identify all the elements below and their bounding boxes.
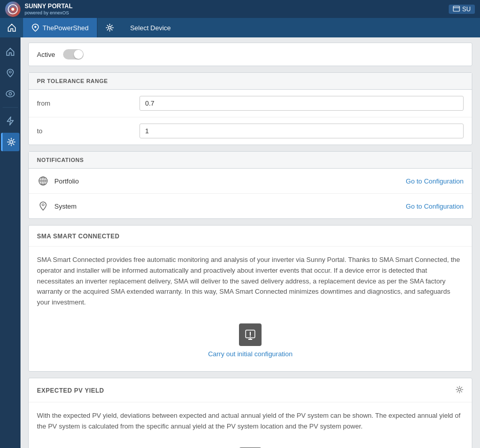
system-icon — [37, 200, 49, 212]
location-pin-icon — [31, 24, 39, 32]
home-icon — [7, 23, 16, 32]
plant-name: ThePowerShed — [43, 24, 89, 32]
svg-point-5 — [108, 27, 111, 29]
sma-smart-section: SMA SMART CONNECTED SMA Smart Connected … — [28, 225, 472, 372]
user-label: SU — [462, 6, 471, 13]
toggle-thumb — [74, 50, 83, 59]
active-toggle[interactable] — [63, 49, 84, 59]
logo-icon — [5, 2, 21, 17]
logo-title: SUNNY PORTAL — [25, 3, 73, 10]
sidebar — [0, 37, 21, 448]
svg-point-8 — [9, 93, 12, 95]
logo-text-block: SUNNY PORTAL powered by ennexOS — [25, 3, 73, 15]
svg-point-20 — [458, 388, 461, 391]
sma-alert-icon — [239, 323, 262, 346]
active-row: Active — [28, 43, 472, 66]
main-content: Active PR TOLERANCE RANGE from to NOTIFI… — [21, 37, 480, 448]
active-label: Active — [37, 51, 55, 58]
notifications-section: NOTIFICATIONS Portfolio Go to Configurat… — [28, 151, 472, 219]
pr-to-row: to — [29, 117, 472, 145]
pv-section-header: EXPECTED PV YIELD — [29, 378, 472, 402]
from-input[interactable] — [139, 96, 464, 111]
sma-body: SMA Smart Connected provides free automa… — [29, 247, 472, 371]
svg-point-7 — [6, 91, 14, 97]
user-badge[interactable]: SU — [449, 5, 475, 14]
logo-area: SUNNY PORTAL powered by ennexOS — [5, 2, 73, 17]
sma-header: SMA SMART CONNECTED — [29, 226, 472, 247]
sidebar-item-home[interactable] — [1, 43, 19, 61]
notifications-header: NOTIFICATIONS — [29, 152, 472, 169]
sidebar-item-location[interactable] — [1, 64, 19, 82]
pv-body: With the expected PV yield, deviations b… — [29, 402, 472, 448]
portfolio-label: Portfolio — [54, 177, 406, 185]
logo-subtitle: powered by ennexOS — [25, 10, 73, 15]
svg-point-9 — [10, 140, 13, 144]
sma-action-area: Carry out initial configuration — [37, 318, 464, 363]
top-header: SUNNY PORTAL powered by ennexOS SU — [0, 0, 480, 18]
settings-icon — [106, 24, 114, 32]
toggle-track — [63, 49, 84, 59]
svg-rect-2 — [453, 6, 459, 11]
pr-from-row: from — [29, 90, 472, 117]
page-layout: Active PR TOLERANCE RANGE from to NOTIFI… — [0, 37, 480, 448]
nav-home-button[interactable] — [0, 18, 23, 37]
system-label: System — [54, 202, 406, 210]
expected-pv-section: EXPECTED PV YIELD With the expected PV y… — [28, 378, 472, 448]
select-device-label: Select Device — [130, 24, 171, 32]
nav-plant-tab[interactable]: ThePowerShed — [23, 18, 97, 37]
pv-gear-button[interactable] — [455, 385, 464, 396]
sidebar-item-energy[interactable] — [1, 112, 19, 130]
svg-point-1 — [11, 8, 14, 11]
from-label: from — [37, 99, 139, 107]
sma-initial-config-link[interactable]: Carry out initial configuration — [208, 350, 293, 358]
pv-description: With the expected PV yield, deviations b… — [37, 411, 464, 432]
pr-tolerance-section: PR TOLERANCE RANGE from to — [28, 72, 472, 145]
user-icon — [453, 6, 460, 13]
nav-select-device[interactable]: Select Device — [122, 18, 179, 37]
sidebar-item-settings[interactable] — [1, 133, 19, 151]
notification-system-row: System Go to Configuration — [29, 194, 472, 218]
pv-title: EXPECTED PV YIELD — [37, 387, 104, 394]
svg-point-6 — [9, 71, 11, 73]
notification-portfolio-row: Portfolio Go to Configuration — [29, 169, 472, 194]
portfolio-config-link[interactable]: Go to Configuration — [406, 177, 464, 185]
pv-action-area: Carry out initial configuration — [37, 442, 464, 448]
svg-point-19 — [250, 336, 251, 337]
sidebar-item-view[interactable] — [1, 85, 19, 103]
nav-bar: ThePowerShed Select Device — [0, 18, 480, 37]
pr-tolerance-header: PR TOLERANCE RANGE — [29, 73, 472, 90]
to-label: to — [37, 127, 139, 135]
svg-point-4 — [34, 26, 36, 28]
sidebar-divider — [3, 107, 18, 108]
portfolio-icon — [37, 175, 49, 187]
to-input[interactable] — [139, 124, 464, 138]
system-config-link[interactable]: Go to Configuration — [406, 202, 464, 210]
nav-settings-tab[interactable] — [97, 18, 122, 37]
svg-point-14 — [42, 204, 44, 206]
sma-description: SMA Smart Connected provides free automa… — [37, 255, 464, 308]
